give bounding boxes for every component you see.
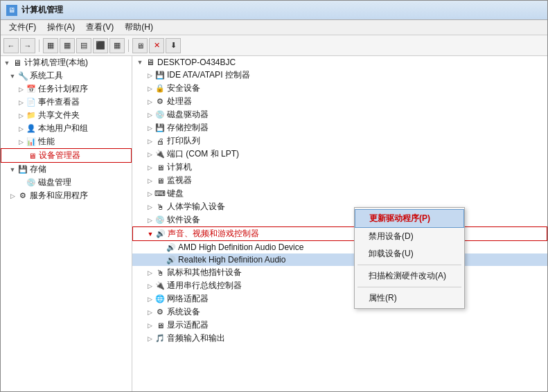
menu-action[interactable]: 操作(A) — [42, 20, 80, 35]
toolbar-btn-4[interactable]: ▦ — [60, 38, 75, 53]
right-keyboard[interactable]: ▷ ⌨ 键盘 — [132, 187, 547, 200]
left-services[interactable]: ▷ ⚙ 服务和应用程序 — [1, 189, 132, 202]
event-icon: 📄 — [26, 97, 37, 108]
expand-root: ▼ — [2, 60, 12, 66]
storage-label: 存储 — [30, 163, 46, 175]
right-usb-expand: ▷ — [145, 283, 154, 289]
right-sysdev-label: 系统设备 — [167, 306, 200, 318]
ctx-properties[interactable]: 属性(R) — [355, 289, 464, 307]
ctx-disable-device[interactable]: 禁用设备(D) — [355, 228, 464, 245]
services-icon: ⚙ — [17, 190, 28, 202]
ctx-scan-hw[interactable]: 扫描检测硬件改动(A) — [355, 267, 464, 285]
right-audio-label: 声音、视频和游戏控制器 — [168, 228, 259, 240]
right-audioinout-expand: ▷ — [145, 335, 154, 342]
shared-label: 共享文件夹 — [38, 109, 80, 121]
back-button[interactable]: ← — [3, 38, 19, 53]
right-audio-ctrl[interactable]: ▼ 🔊 声音、视频和游戏控制器 — [132, 226, 547, 241]
right-monitor-label: 监视器 — [167, 175, 192, 186]
right-print[interactable]: ▷ 🖨 打印队列 — [132, 134, 547, 148]
right-sysdev-expand: ▷ — [145, 309, 154, 316]
right-software-dev[interactable]: ▷ 💿 软件设备 — [132, 213, 547, 226]
toolbar-btn-5[interactable]: ▤ — [76, 38, 91, 53]
right-security-label: 安全设备 — [167, 82, 200, 94]
left-shared-folder[interactable]: ▷ 📁 共享文件夹 — [1, 109, 132, 122]
right-display-expand: ▷ — [145, 322, 154, 329]
left-event-viewer[interactable]: ▷ 📄 事件查看器 — [1, 96, 132, 109]
right-computer-expand: ▷ — [145, 164, 154, 171]
right-disk[interactable]: ▷ 💿 磁盘驱动器 — [132, 108, 547, 121]
right-print-icon: 🖨 — [154, 136, 166, 147]
left-storage[interactable]: ▼ 💾 存储 — [1, 163, 132, 176]
right-usb-label: 通用串行总线控制器 — [167, 280, 242, 292]
expand-users: ▷ — [16, 125, 26, 132]
title-bar: 🖥 计算机管理 — [1, 1, 547, 20]
ctx-uninstall-device[interactable]: 卸载设备(U) — [355, 245, 464, 262]
right-hid[interactable]: ▷ 🖱 人体学输入设备 — [132, 200, 547, 213]
menu-file[interactable]: 文件(F) — [3, 20, 42, 35]
left-system-tools[interactable]: ▼ 🔧 系统工具 — [1, 69, 132, 82]
right-network[interactable]: ▷ 🌐 网络适配器 — [132, 292, 547, 305]
forward-button[interactable]: → — [20, 38, 35, 53]
right-audioinout[interactable]: ▷ 🎵 音频输入和输出 — [132, 332, 547, 345]
menu-help[interactable]: 帮助(H) — [119, 20, 159, 35]
right-computer-label: 计算机 — [167, 161, 192, 173]
left-root[interactable]: ▼ 🖥 计算机管理(本地) — [1, 56, 132, 69]
main-window: 🖥 计算机管理 文件(F) 操作(A) 查看(V) 帮助(H) ← → ▦ ▦ … — [0, 0, 548, 392]
right-ide[interactable]: ▷ 💾 IDE ATA/ATAPI 控制器 — [132, 69, 547, 82]
right-sw-icon: 💿 — [154, 215, 166, 226]
right-hid-expand: ▷ — [145, 204, 154, 211]
right-display-label: 显示适配器 — [167, 319, 209, 331]
toolbar-separator-1 — [39, 39, 39, 52]
right-hid-label: 人体学输入设备 — [167, 201, 225, 213]
toolbar-btn-7[interactable]: ▦ — [109, 38, 125, 53]
right-kb-expand: ▷ — [145, 190, 154, 197]
right-realtek-icon: 🔊 — [166, 254, 177, 265]
right-amd-audio[interactable]: 🔊 AMD High Definition Audio Device — [132, 241, 547, 253]
right-monitor[interactable]: ▷ 🖥 监视器 — [132, 174, 547, 187]
left-disk-mgmt[interactable]: 💿 磁盘管理 — [1, 176, 132, 189]
shared-icon: 📁 — [26, 110, 37, 121]
toolbar-btn-3[interactable]: ▦ — [43, 38, 58, 53]
right-security[interactable]: ▷ 🔒 安全设备 — [132, 82, 547, 95]
left-task-scheduler[interactable]: ▷ 📅 任务计划程序 — [1, 82, 132, 96]
services-label: 服务和应用程序 — [30, 190, 88, 202]
right-usb[interactable]: ▷ 🔌 通用串行总线控制器 — [132, 279, 547, 292]
task-label: 任务计划程序 — [38, 83, 88, 95]
devmgr-label: 设备管理器 — [39, 150, 80, 161]
right-security-expand: ▷ — [145, 85, 154, 92]
toolbar-btn-6[interactable]: ⬛ — [93, 38, 108, 53]
right-root[interactable]: ▼ 🖥 DESKTOP-O434BJC — [132, 56, 547, 69]
system-tools-label: 系统工具 — [30, 70, 63, 82]
right-amd-label: AMD High Definition Audio Device — [178, 242, 303, 252]
right-ports[interactable]: ▷ 🔌 端口 (COM 和 LPT) — [132, 148, 547, 161]
right-root-icon: 🖥 — [145, 57, 156, 68]
right-ide-label: IDE ATA/ATAPI 控制器 — [167, 69, 250, 81]
left-device-manager[interactable]: 🖥 设备管理器 — [1, 148, 132, 163]
left-local-users[interactable]: ▷ 👤 本地用户和组 — [1, 122, 132, 135]
right-sw-expand: ▷ — [145, 217, 154, 224]
right-storage-ctrl[interactable]: ▷ 💾 存储控制器 — [132, 121, 547, 134]
toolbar: ← → ▦ ▦ ▤ ⬛ ▦ 🖥 ✕ ⬇ — [1, 35, 547, 56]
right-display[interactable]: ▷ 🖥 显示适配器 — [132, 319, 547, 332]
task-icon: 📅 — [26, 84, 37, 95]
toolbar-btn-delete[interactable]: ✕ — [149, 38, 164, 53]
right-mouse-label: 鼠标和其他指针设备 — [167, 267, 242, 278]
right-realtek-audio[interactable]: 🔊 Realtek High Definition Audio — [132, 253, 547, 266]
right-computer[interactable]: ▷ 🖥 计算机 — [132, 161, 547, 174]
toolbar-btn-down[interactable]: ⬇ — [166, 38, 181, 53]
right-sc-icon: 💾 — [154, 123, 166, 134]
ctx-update-driver[interactable]: 更新驱动程序(P) — [355, 209, 464, 228]
right-disk-expand: ▷ — [145, 112, 154, 118]
menu-view[interactable]: 查看(V) — [80, 20, 119, 35]
toolbar-btn-computer[interactable]: 🖥 — [132, 38, 148, 53]
right-sysdev[interactable]: ▷ ⚙ 系统设备 — [132, 305, 547, 319]
right-root-expand: ▼ — [135, 59, 145, 66]
users-icon: 👤 — [26, 123, 37, 134]
perf-label: 性能 — [38, 136, 55, 148]
right-mouse[interactable]: ▷ 🖱 鼠标和其他指针设备 — [132, 266, 547, 279]
left-panel: ▼ 🖥 计算机管理(本地) ▼ 🔧 系统工具 ▷ 📅 任务计划程序 ▷ 📄 事件… — [1, 56, 132, 391]
right-net-label: 网络适配器 — [167, 293, 209, 305]
right-cpu[interactable]: ▷ ⚙ 处理器 — [132, 95, 547, 108]
ctx-separator-1 — [357, 265, 461, 265]
left-performance[interactable]: ▷ 📊 性能 — [1, 135, 132, 148]
